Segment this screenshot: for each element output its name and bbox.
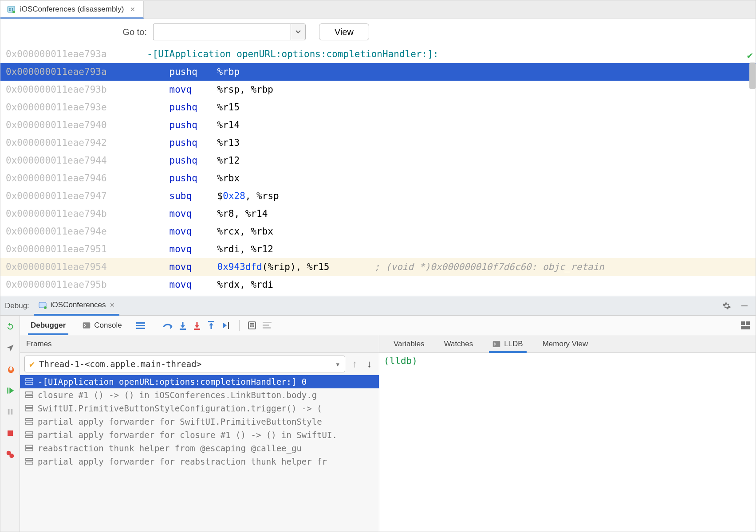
disasm-row[interactable]: 0x000000011eae7947 subq$0x28, %rsp bbox=[0, 187, 756, 205]
tab-variables[interactable]: Variables bbox=[384, 335, 434, 352]
step-into-icon[interactable] bbox=[179, 321, 187, 330]
rerun-button[interactable] bbox=[4, 320, 17, 333]
disasm-row[interactable]: 0x000000011eae793b movq%rsp, %rbp bbox=[0, 81, 756, 98]
svg-rect-39 bbox=[26, 435, 33, 438]
stack-frame-icon bbox=[25, 418, 33, 425]
thread-selector[interactable]: ✔ Thread-1-<com.apple.main-thread> ▾ bbox=[24, 356, 345, 372]
disasm-row[interactable]: 0x000000011eae7951 movq%rdi, %r12 bbox=[0, 240, 756, 258]
svg-rect-35 bbox=[26, 409, 33, 411]
disassembly-view[interactable]: ✔ 0x000000011eae793a-[UIApplication open… bbox=[0, 45, 756, 296]
force-step-into-icon[interactable] bbox=[193, 321, 201, 330]
close-icon[interactable]: ✕ bbox=[110, 301, 115, 309]
svg-rect-32 bbox=[26, 392, 33, 394]
svg-rect-41 bbox=[26, 449, 33, 451]
stop-button[interactable] bbox=[4, 426, 17, 440]
tab-watches[interactable]: Watches bbox=[434, 335, 483, 352]
editor-tab-title: iOSConferences (disassembly) bbox=[20, 5, 124, 14]
profiler-flame-icon[interactable] bbox=[4, 363, 17, 376]
step-over-icon[interactable] bbox=[163, 321, 173, 330]
lldb-console[interactable]: (lldb) bbox=[379, 353, 756, 532]
disasm-row[interactable]: 0x000000011eae7944 pushq%r12 bbox=[0, 152, 756, 169]
trace-icon[interactable] bbox=[263, 321, 272, 329]
disassembly-file-icon: 01 bbox=[7, 5, 16, 14]
evaluate-icon[interactable] bbox=[248, 321, 256, 330]
goto-input[interactable] bbox=[153, 23, 291, 40]
tab-console[interactable]: Console bbox=[75, 316, 129, 335]
frame-list[interactable]: -[UIApplication openURL:options:completi… bbox=[20, 375, 379, 532]
minimize-icon[interactable] bbox=[738, 299, 751, 313]
disasm-row[interactable]: 0x000000011eae793a pushq%rbp bbox=[0, 63, 756, 81]
svg-rect-14 bbox=[136, 325, 145, 326]
svg-rect-5 bbox=[741, 305, 748, 306]
svg-rect-15 bbox=[136, 328, 145, 329]
debug-label: Debug: bbox=[5, 301, 29, 310]
disasm-row[interactable]: 0x000000011eae794b movq%r8, %r14 bbox=[0, 205, 756, 223]
stack-frame-icon bbox=[25, 378, 33, 385]
svg-rect-24 bbox=[263, 322, 272, 323]
disasm-row[interactable]: 0x000000011eae795b movq%rdx, %rdi bbox=[0, 276, 756, 293]
view-button[interactable]: View bbox=[319, 23, 369, 40]
editor-tab-strip: 01 iOSConferences (disassembly) ✕ bbox=[0, 0, 756, 19]
svg-rect-23 bbox=[252, 325, 254, 327]
debug-session-tab[interactable]: iOSConferences ✕ bbox=[34, 297, 119, 316]
settings-icon[interactable] bbox=[720, 299, 733, 313]
tab-debugger[interactable]: Debugger bbox=[24, 316, 73, 335]
editor-tab-disassembly[interactable]: 01 iOSConferences (disassembly) ✕ bbox=[0, 1, 144, 19]
variables-tabs: Variables Watches LLDB Memory View bbox=[379, 335, 756, 353]
step-out-icon[interactable] bbox=[207, 321, 215, 330]
run-to-cursor-icon[interactable] bbox=[221, 321, 231, 330]
disasm-row[interactable]: 0x000000011eae794e movq%rcx, %rbx bbox=[0, 223, 756, 240]
svg-rect-33 bbox=[26, 395, 33, 398]
frame-prev-button[interactable]: ↑ bbox=[350, 358, 360, 370]
tab-lldb-label: LLDB bbox=[504, 340, 523, 348]
disasm-row[interactable]: 0x000000011eae7942 pushq%r13 bbox=[0, 134, 756, 152]
svg-rect-7 bbox=[8, 409, 9, 415]
debugger-tabs-row: Debugger Console bbox=[20, 316, 756, 335]
frame-row[interactable]: -[UIApplication openURL:options:completi… bbox=[20, 375, 379, 388]
console-icon bbox=[83, 322, 91, 329]
svg-rect-9 bbox=[8, 430, 13, 436]
svg-point-11 bbox=[9, 454, 14, 458]
debug-left-toolbar bbox=[0, 316, 20, 532]
svg-rect-16 bbox=[180, 329, 186, 330]
disasm-row[interactable]: 0x000000011eae7946 pushq%rbx bbox=[0, 169, 756, 187]
frame-row[interactable]: reabstraction thunk helper from @escapin… bbox=[20, 442, 379, 455]
goto-dropdown-button[interactable] bbox=[291, 23, 306, 40]
disasm-row[interactable]: 0x000000011eae7954 movq0x943dfd(%rip), %… bbox=[0, 258, 756, 276]
resume-button[interactable] bbox=[4, 384, 17, 397]
pause-button[interactable] bbox=[4, 405, 17, 419]
frames-pane: Frames ✔ Thread-1-<com.apple.main-thread… bbox=[20, 335, 379, 532]
check-icon: ✔ bbox=[29, 359, 35, 369]
disasm-row[interactable]: 0x000000011eae7940 pushq%r14 bbox=[0, 116, 756, 134]
svg-rect-20 bbox=[248, 322, 256, 329]
svg-rect-44 bbox=[493, 341, 500, 347]
stack-frame-icon bbox=[25, 458, 33, 465]
tab-memory-view[interactable]: Memory View bbox=[533, 335, 598, 352]
frame-row[interactable]: partial apply forwarder for reabstractio… bbox=[20, 455, 379, 468]
inspection-ok-icon: ✔ bbox=[747, 47, 753, 64]
disasm-row[interactable]: 0x000000011eae793e pushq%r15 bbox=[0, 98, 756, 116]
svg-rect-40 bbox=[26, 445, 33, 447]
svg-rect-28 bbox=[746, 321, 750, 325]
navigate-icon[interactable] bbox=[4, 341, 17, 355]
threads-icon[interactable] bbox=[136, 321, 145, 329]
frame-row[interactable]: closure #1 () -> () in iOSConferences.Li… bbox=[20, 388, 379, 402]
frame-next-button[interactable]: ↓ bbox=[364, 358, 374, 370]
breakpoints-icon[interactable] bbox=[4, 448, 17, 461]
frame-row[interactable]: partial apply forwarder for SwiftUI.Prim… bbox=[20, 415, 379, 428]
layout-settings-icon[interactable] bbox=[739, 319, 752, 332]
disasm-header-row: 0x000000011eae793a-[UIApplication openUR… bbox=[0, 45, 756, 63]
close-icon[interactable]: ✕ bbox=[128, 6, 137, 13]
tab-console-label: Console bbox=[94, 321, 122, 330]
frame-row[interactable]: partial apply forwarder for closure #1 (… bbox=[20, 428, 379, 442]
lldb-prompt: (lldb) bbox=[384, 356, 417, 366]
svg-rect-38 bbox=[26, 432, 33, 434]
tab-lldb[interactable]: LLDB bbox=[483, 335, 533, 352]
svg-rect-18 bbox=[208, 321, 214, 322]
svg-rect-21 bbox=[250, 323, 254, 325]
scrollbar-thumb[interactable] bbox=[749, 63, 756, 89]
chevron-down-icon: ▾ bbox=[335, 359, 340, 369]
frame-row[interactable]: SwiftUI.PrimitiveButtonStyleConfiguratio… bbox=[20, 402, 379, 415]
stack-frame-icon bbox=[25, 431, 33, 438]
debug-session-name: iOSConferences bbox=[51, 301, 106, 309]
